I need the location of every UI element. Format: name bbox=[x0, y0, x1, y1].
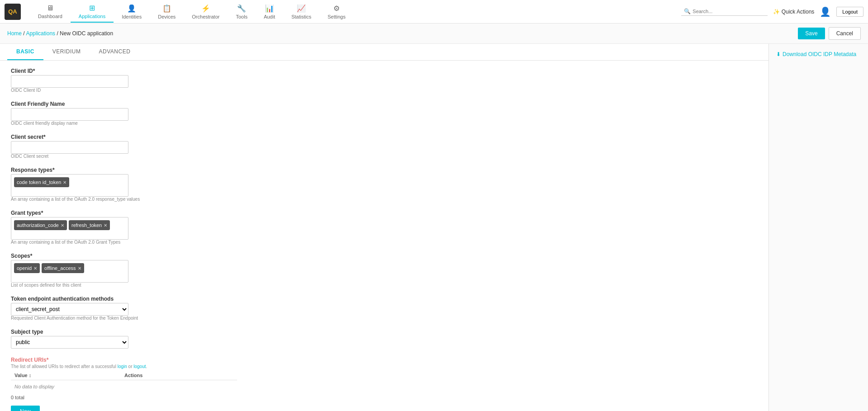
client-friendly-name-row: Client Friendly Name OIDC client friendl… bbox=[11, 101, 758, 126]
grant-types-hint: An array containing a list of the OAuth … bbox=[11, 240, 758, 245]
download-icon: ⬇ bbox=[776, 51, 781, 57]
tabs: BASIC VERIDIUM ADVANCED bbox=[0, 44, 768, 61]
tab-basic[interactable]: BASIC bbox=[7, 44, 43, 60]
client-id-input[interactable] bbox=[11, 75, 128, 88]
nav-orchestrator-label: Orchestrator bbox=[192, 14, 219, 19]
subject-type-select[interactable]: public pairwise bbox=[11, 336, 128, 349]
table-col-actions: Actions bbox=[121, 371, 237, 380]
tab-advanced[interactable]: ADVANCED bbox=[90, 44, 140, 60]
redirect-uris-section: Redirect URIs* The list of allowed URIs … bbox=[11, 357, 758, 411]
client-secret-hint: OIDC Client secret bbox=[11, 154, 758, 159]
token-endpoint-auth-label: Token endpoint authentication methods bbox=[11, 296, 758, 302]
nav-dashboard[interactable]: 🖥 Dashboard bbox=[30, 1, 71, 22]
nav-tools-label: Tools bbox=[236, 14, 247, 19]
response-type-tag-0[interactable]: code token id_token ✕ bbox=[14, 177, 69, 187]
nav-items: 🖥 Dashboard ⊞ Applications 👤 Identities … bbox=[30, 1, 681, 23]
cancel-button[interactable]: Cancel bbox=[829, 27, 861, 40]
main-layout: BASIC VERIDIUM ADVANCED Client ID* OIDC … bbox=[0, 44, 868, 411]
logout-button[interactable]: Logout bbox=[836, 7, 863, 17]
client-secret-row: Client secret* OIDC Client secret bbox=[11, 134, 758, 159]
nav-applications[interactable]: ⊞ Applications bbox=[71, 1, 114, 23]
download-oidc-metadata-link[interactable]: ⬇ Download OIDC IDP Metadata bbox=[776, 51, 861, 57]
client-id-label: Client ID* bbox=[11, 68, 758, 74]
client-friendly-name-input[interactable] bbox=[11, 108, 128, 121]
nav-right: 🔍 ✨ Quick Actions 👤 Logout bbox=[681, 6, 863, 17]
statistics-icon: 📈 bbox=[297, 4, 306, 13]
response-types-hint: An array containing a list of the OAuth … bbox=[11, 197, 758, 202]
scopes-label: Scopes* bbox=[11, 253, 758, 259]
redirect-uris-total: 0 total bbox=[11, 395, 758, 400]
grant-types-row: Grant types* authorization_code ✕ refres… bbox=[11, 210, 758, 245]
nav-orchestrator[interactable]: ⚡ Orchestrator bbox=[184, 1, 228, 22]
scopes-input[interactable]: openid ✕ offline_access ✕ bbox=[11, 260, 128, 283]
token-endpoint-auth-select[interactable]: client_secret_post client_secret_basic n… bbox=[11, 303, 128, 316]
quick-actions[interactable]: ✨ Quick Actions bbox=[773, 9, 814, 15]
audit-icon: 📊 bbox=[265, 4, 274, 13]
quick-actions-label: Quick Actions bbox=[782, 9, 815, 15]
form-area: BASIC VERIDIUM ADVANCED Client ID* OIDC … bbox=[0, 44, 768, 411]
form-content: Client ID* OIDC Client ID Client Friendl… bbox=[0, 61, 768, 411]
redirect-uris-login-link[interactable]: login bbox=[118, 364, 127, 369]
breadcrumb-current: New OIDC application bbox=[60, 30, 113, 37]
identities-icon: 👤 bbox=[127, 4, 136, 13]
grant-type-tag-remove-1[interactable]: ✕ bbox=[104, 223, 107, 228]
nav-devices[interactable]: 📋 Devices bbox=[150, 1, 184, 22]
nav-settings[interactable]: ⚙ Settings bbox=[319, 1, 354, 22]
client-id-row: Client ID* OIDC Client ID bbox=[11, 68, 758, 93]
scope-tag-1[interactable]: offline_access ✕ bbox=[42, 263, 84, 273]
breadcrumb-bar: Home / Applications / New OIDC applicati… bbox=[0, 24, 868, 44]
user-icon[interactable]: 👤 bbox=[820, 6, 831, 17]
scope-tag-remove-0[interactable]: ✕ bbox=[33, 266, 37, 271]
nav-statistics-label: Statistics bbox=[291, 14, 311, 19]
breadcrumb-home[interactable]: Home bbox=[7, 30, 22, 37]
response-type-tag-value-0: code token id_token bbox=[17, 180, 61, 185]
subject-type-row: Subject type public pairwise bbox=[11, 329, 758, 349]
table-col-value[interactable]: Value ↕ bbox=[11, 371, 121, 380]
search-box[interactable]: 🔍 bbox=[681, 7, 768, 16]
applications-icon: ⊞ bbox=[89, 4, 95, 12]
table-no-data: No data to display bbox=[11, 380, 237, 393]
grant-type-tag-1[interactable]: refresh_token ✕ bbox=[69, 220, 110, 230]
grant-types-input[interactable]: authorization_code ✕ refresh_token ✕ bbox=[11, 217, 128, 240]
client-secret-label: Client secret* bbox=[11, 134, 758, 140]
redirect-uris-logout-link[interactable]: logout bbox=[133, 364, 146, 369]
scope-tag-value-0: openid bbox=[17, 265, 32, 271]
nav-tools[interactable]: 🔧 Tools bbox=[228, 1, 256, 22]
client-friendly-name-hint: OIDC client friendly display name bbox=[11, 121, 758, 126]
dashboard-icon: 🖥 bbox=[47, 4, 54, 12]
nav-audit[interactable]: 📊 Audit bbox=[256, 1, 283, 22]
nav-dashboard-label: Dashboard bbox=[38, 14, 62, 19]
token-endpoint-auth-row: Token endpoint authentication methods cl… bbox=[11, 296, 758, 321]
tab-veridium[interactable]: VERIDIUM bbox=[43, 44, 90, 60]
new-redirect-uri-button[interactable]: New bbox=[11, 406, 40, 411]
scopes-row: Scopes* openid ✕ offline_access ✕ List o… bbox=[11, 253, 758, 288]
search-input[interactable] bbox=[693, 9, 765, 14]
scope-tag-remove-1[interactable]: ✕ bbox=[78, 266, 81, 271]
client-secret-input[interactable] bbox=[11, 141, 128, 154]
scope-tag-value-1: offline_access bbox=[44, 265, 76, 271]
response-type-tag-remove-0[interactable]: ✕ bbox=[63, 180, 66, 185]
redirect-uris-hint: The list of allowed URIs to redirect aft… bbox=[11, 364, 758, 369]
breadcrumb: Home / Applications / New OIDC applicati… bbox=[7, 30, 113, 37]
response-types-row: Response types* code token id_token ✕ An… bbox=[11, 167, 758, 202]
search-icon: 🔍 bbox=[684, 8, 691, 14]
nav-identities[interactable]: 👤 Identities bbox=[114, 1, 150, 22]
save-button[interactable]: Save bbox=[798, 28, 825, 39]
breadcrumb-applications[interactable]: Applications bbox=[26, 30, 55, 37]
nav-devices-label: Devices bbox=[158, 14, 175, 19]
download-label: Download OIDC IDP Metadata bbox=[783, 51, 856, 57]
grant-type-tag-remove-0[interactable]: ✕ bbox=[61, 223, 64, 228]
nav-statistics[interactable]: 📈 Statistics bbox=[283, 1, 319, 22]
grant-type-tag-0[interactable]: authorization_code ✕ bbox=[14, 220, 67, 230]
response-types-input[interactable]: code token id_token ✕ bbox=[11, 174, 128, 197]
devices-icon: 📋 bbox=[162, 4, 171, 13]
response-types-label: Response types* bbox=[11, 167, 758, 173]
grant-types-label: Grant types* bbox=[11, 210, 758, 216]
scope-tag-0[interactable]: openid ✕ bbox=[14, 263, 40, 273]
right-sidebar: ⬇ Download OIDC IDP Metadata bbox=[768, 44, 868, 411]
nav-settings-label: Settings bbox=[327, 14, 346, 19]
quick-actions-icon: ✨ bbox=[773, 9, 780, 15]
grant-type-tag-value-0: authorization_code bbox=[17, 222, 59, 228]
token-endpoint-auth-hint: Requested Client Authentication method f… bbox=[11, 316, 758, 321]
nav-applications-label: Applications bbox=[79, 14, 105, 19]
